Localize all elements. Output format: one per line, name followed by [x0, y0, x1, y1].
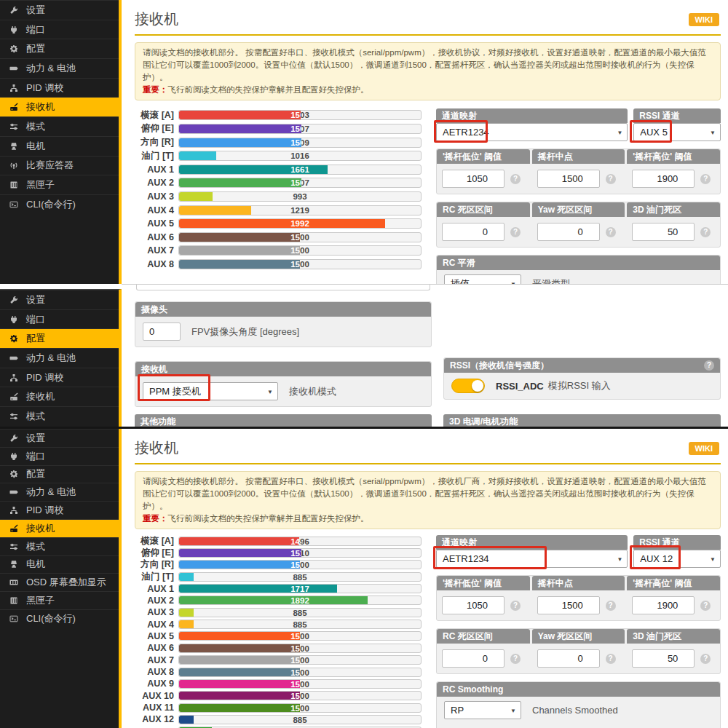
sitemap-icon [9, 506, 20, 515]
sidebar-item[interactable]: 配置 [0, 328, 119, 348]
sidebar: 设置 端口 配置 动力 & 电池 PID 调校 接收机 [0, 289, 122, 427]
sidebar-item[interactable]: 动力 & 电池 [0, 58, 119, 78]
channel-label: AUX 8 [135, 667, 174, 677]
rssi-channel-select[interactable]: AUX 5 [633, 123, 721, 141]
receiver-icon [9, 103, 20, 111]
threshold-input[interactable]: 1500 [537, 596, 600, 614]
channel-bar-fill: 885 [179, 716, 194, 724]
channel-row: 方向 [R] 1509 1509 [135, 135, 426, 149]
threshold-header: '摇杆低位' 阈值 [437, 149, 530, 164]
receiver-mode-select[interactable]: PPM 接受机 [143, 382, 278, 400]
sidebar-item[interactable]: 模式 [0, 537, 119, 555]
sidebar-item[interactable]: 设置 [0, 0, 119, 20]
sidebar-item[interactable]: 动力 & 电池 [0, 348, 119, 368]
help-icon[interactable] [606, 654, 616, 664]
sidebar-item[interactable]: 设置 [0, 429, 119, 447]
deadband-input[interactable]: 0 [442, 223, 505, 241]
threshold-input[interactable]: 1900 [632, 596, 695, 614]
deadband-input[interactable]: 0 [442, 649, 505, 668]
sidebar-item[interactable]: 配置 [0, 465, 119, 483]
page-title: 接收机 [135, 438, 178, 458]
channel-map-select[interactable]: AETR1234 [436, 123, 628, 141]
channel-row: AUX 5 1500 1500 [135, 630, 426, 642]
channel-bar-track: 885 885 [178, 572, 422, 582]
channel-bar-fill: 1500 [179, 644, 300, 652]
channel-bar-fill: 885 [179, 609, 194, 617]
channel-bar-track: 1500 1500 [178, 668, 422, 677]
help-icon[interactable] [510, 227, 521, 237]
sidebar-item[interactable]: CLI(命令行) [0, 609, 119, 628]
threshold-input[interactable]: 1050 [442, 596, 505, 614]
sidebar-item[interactable]: 电机 [0, 136, 119, 156]
receiver-settings: 通道映射 AETR1234 RSSI 通道 AUX 12 [426, 535, 721, 728]
threshold-header: '摇杆高位' 阈值 [627, 576, 720, 590]
motor-icon [9, 560, 20, 569]
sidebar-item[interactable]: 设置 [0, 290, 119, 309]
sidebar-item[interactable]: PID 调校 [0, 78, 119, 98]
help-icon[interactable] [700, 174, 711, 184]
help-icon[interactable] [700, 601, 711, 611]
help-icon[interactable] [606, 174, 616, 184]
help-icon[interactable] [510, 601, 521, 611]
help-icon[interactable] [510, 654, 521, 664]
sidebar-item[interactable]: 黑匣子 [0, 175, 119, 194]
sidebar: 设置 端口 配置 动力 & 电池 PID 调校 接收机 [0, 429, 122, 728]
help-icon[interactable] [606, 227, 616, 237]
sidebar-item[interactable]: 接收机 [0, 97, 119, 116]
sidebar-item[interactable]: 模式 [0, 406, 119, 426]
threshold-input[interactable]: 1900 [632, 170, 695, 188]
sidebar-item[interactable]: 端口 [0, 20, 119, 39]
receiver-mode-label: 接收机模式 [289, 385, 336, 398]
sidebar-item[interactable]: 电机 [0, 555, 119, 574]
camera-angle-input[interactable]: 0 [143, 323, 181, 341]
sidebar-item[interactable]: PID 调校 [0, 368, 119, 387]
sidebar-item[interactable]: 端口 [0, 309, 119, 329]
threshold-header: 摇杆中点 [532, 576, 625, 590]
rssi-channel-header: RSSI 通道 [633, 108, 721, 123]
sidebar-item[interactable]: 模式 [0, 116, 119, 136]
rc-smoothing-select[interactable]: 插值 [444, 274, 521, 284]
channel-bar-fill: 1500 [179, 668, 300, 676]
note-important-text: 飞行前阅读文档的失控保护章解并且配置好失控保护。 [168, 514, 369, 523]
channel-bar-fill: 1661 [179, 165, 328, 174]
wiki-button[interactable]: WIKI [689, 442, 719, 455]
help-icon[interactable] [700, 654, 711, 664]
sidebar-item[interactable]: 接收机 [0, 519, 119, 537]
rssi-adc-toggle[interactable] [451, 379, 485, 393]
sidebar-item[interactable]: OSD 屏幕叠加显示 [0, 573, 119, 591]
sidebar-item[interactable]: 端口 [0, 447, 119, 465]
sidebar-item-label: CLI(命令行) [26, 198, 76, 211]
help-icon[interactable] [704, 360, 714, 371]
deadband-input[interactable]: 50 [632, 649, 695, 668]
help-icon[interactable] [606, 601, 616, 611]
deadband-input[interactable]: 0 [537, 649, 600, 668]
plug-icon [9, 452, 20, 461]
sidebar-item[interactable]: 比赛应答器 [0, 156, 119, 175]
threshold-input[interactable]: 1050 [442, 170, 505, 188]
channel-bar-fill: 885 [179, 620, 194, 628]
channel-label: AUX 1 [135, 584, 174, 594]
rc-smoothing-select[interactable]: RP [444, 701, 521, 719]
sidebar-item-label: 设置 [26, 293, 45, 306]
sidebar-item[interactable]: 接收机 [0, 387, 119, 406]
channel-row: AUX 1 1717 1717 [135, 582, 426, 594]
sidebar-item[interactable]: CLI(命令行) [0, 194, 119, 214]
sidebar-item[interactable]: PID 调校 [0, 501, 119, 519]
deadband-input[interactable]: 50 [632, 223, 695, 241]
help-icon[interactable] [700, 227, 711, 237]
plug-icon [9, 25, 20, 34]
help-icon[interactable] [510, 174, 521, 184]
sidebar-item[interactable]: 动力 & 电池 [0, 483, 119, 501]
threshold-input[interactable]: 1500 [537, 170, 600, 188]
channel-bar-fill: 1500 [179, 260, 300, 269]
wiki-button[interactable]: WIKI [689, 13, 719, 26]
sidebar-item[interactable]: 黑匣子 [0, 591, 119, 609]
deadband-input[interactable]: 0 [537, 223, 600, 241]
receiver-icon [9, 524, 20, 533]
rssi-channel-select[interactable]: AUX 12 [633, 550, 721, 568]
channel-bar-fill: 1507 [179, 178, 301, 187]
sidebar-item[interactable]: 配置 [0, 39, 119, 58]
channel-bar-fill: 1219 [179, 206, 251, 215]
channel-label: AUX 4 [135, 620, 174, 630]
channel-map-select[interactable]: AETR1234 [436, 550, 628, 568]
